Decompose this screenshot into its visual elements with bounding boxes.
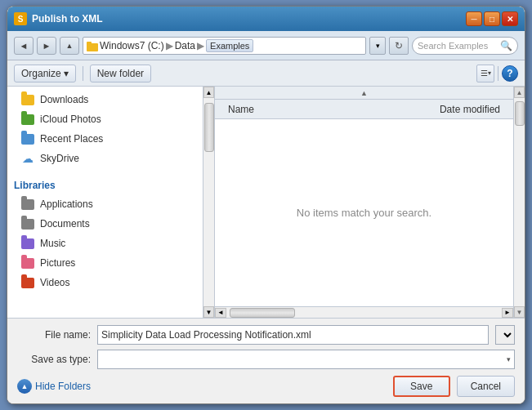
sidebar-item-label: SkyDrive [40, 153, 79, 164]
scroll-down-button[interactable]: ▼ [203, 306, 214, 318]
save-label: Save [410, 381, 432, 392]
videos-icon [20, 275, 35, 290]
music-icon [20, 236, 35, 251]
sidebar-item-label: Pictures [40, 257, 75, 269]
vscroll-thumb[interactable] [515, 101, 525, 126]
sort-arrow: ▲ [360, 89, 368, 97]
sidebar-item-icloud[interactable]: iCloud Photos [7, 109, 203, 129]
savetype-label: Save as type: [17, 354, 91, 365]
savetype-select[interactable]: ▾ [97, 350, 515, 369]
svg-rect-1 [87, 42, 92, 45]
sidebar-item-downloads[interactable]: Downloads [7, 90, 203, 109]
hscroll-right[interactable]: ► [502, 308, 513, 318]
toolbar-separator [83, 66, 83, 81]
path-folder1: Data [175, 40, 195, 51]
content-scrollbar[interactable]: ▲ ▼ [513, 87, 525, 318]
scroll-thumb[interactable] [204, 103, 214, 152]
new-folder-button[interactable]: New folder [90, 65, 151, 82]
hscroll-thumb[interactable] [230, 308, 295, 318]
hide-folders-label: Hide Folders [35, 381, 91, 392]
content-area: ▲ Name Date modified No items match your… [215, 87, 513, 318]
sidebar-item-videos[interactable]: Videos [7, 273, 203, 292]
toolbar-right: ☰ ▾ ? [476, 65, 518, 82]
scroll-up-button[interactable]: ▲ [203, 87, 214, 98]
icloud-icon [20, 112, 35, 127]
pictures-icon [20, 256, 35, 270]
title-bar-buttons: ─ □ ✕ [466, 11, 518, 26]
search-placeholder: Search Examples [418, 41, 488, 51]
sort-indicator: ▲ [215, 87, 513, 100]
sidebar-item-applications[interactable]: Applications [7, 194, 203, 214]
sidebar-item-label: iCloud Photos [40, 114, 101, 125]
folder-path-icon [87, 40, 98, 51]
vscroll-up[interactable]: ▲ [514, 87, 525, 98]
organize-label: Organize [21, 68, 61, 79]
address-dropdown[interactable]: ▾ [369, 37, 386, 55]
back-button[interactable]: ◄ [14, 37, 34, 55]
documents-icon [20, 216, 35, 231]
sidebar-item-skydrive[interactable]: ☁ SkyDrive [7, 149, 203, 168]
sidebar-item-label: Recent Places [40, 133, 103, 145]
savetype-arrow: ▾ [507, 355, 511, 363]
maximize-button[interactable]: □ [484, 11, 500, 26]
skydrive-icon: ☁ [20, 151, 35, 166]
hide-folders-button[interactable]: ▲ Hide Folders [17, 379, 91, 394]
col-date-header[interactable]: Date modified [392, 102, 507, 117]
refresh-button[interactable]: ↻ [389, 37, 409, 55]
filename-input[interactable] [97, 325, 489, 345]
sidebar-item-music[interactable]: Music [7, 234, 203, 253]
filename-dropdown[interactable] [495, 325, 515, 345]
sidebar-item-label: Downloads [40, 94, 88, 105]
cancel-label: Cancel [471, 381, 501, 392]
libraries-header[interactable]: Libraries [7, 176, 203, 194]
sidebar-item-label: Documents [40, 218, 90, 230]
path-folder2: Examples [206, 39, 253, 52]
sidebar: Downloads iCloud Photos Recent Places ☁ … [7, 87, 203, 318]
help-button[interactable]: ? [502, 65, 518, 82]
sidebar-item-label: Applications [40, 198, 93, 210]
new-folder-label: New folder [97, 68, 144, 79]
cancel-button[interactable]: Cancel [457, 376, 515, 397]
search-box[interactable]: Search Examples 🔍 [412, 37, 518, 55]
path-root: Windows7 (C:) [100, 40, 164, 51]
dialog-title: Publish to XML [32, 13, 466, 25]
address-path[interactable]: Windows7 (C:) ▶ Data ▶ Examples [83, 37, 366, 55]
organize-button[interactable]: Organize ▾ [14, 65, 76, 82]
address-bar: ◄ ► ▲ Windows7 (C:) ▶ Data ▶ Examples ▾ … [7, 31, 525, 60]
view-icon: ☰ [481, 69, 488, 78]
savetype-row: Save as type: ▾ [17, 350, 515, 369]
search-icon: 🔍 [500, 40, 512, 51]
main-area: Downloads iCloud Photos Recent Places ☁ … [7, 87, 525, 318]
up-button[interactable]: ▲ [60, 37, 79, 55]
vscroll-track [514, 98, 525, 306]
save-button[interactable]: Save [393, 376, 450, 397]
hide-folders-icon: ▲ [17, 379, 32, 394]
libraries-label: Libraries [14, 180, 56, 191]
close-button[interactable]: ✕ [502, 11, 518, 26]
vscroll-down[interactable]: ▼ [514, 306, 525, 318]
applications-icon [20, 197, 35, 212]
sidebar-item-label: Videos [40, 277, 69, 288]
view-button[interactable]: ☰ ▾ [476, 65, 494, 82]
bottom-section: File name: Save as type: ▾ ▲ Hide Folder… [7, 318, 525, 403]
filename-label: File name: [17, 329, 91, 341]
app-icon: S [14, 12, 27, 25]
empty-message: No items match your search. [215, 119, 513, 306]
dialog-window: S Publish to XML ─ □ ✕ ◄ ► ▲ Windows7 (C… [7, 6, 525, 404]
col-name-header[interactable]: Name [221, 102, 392, 117]
sidebar-scrollbar[interactable]: ▲ ▼ [203, 87, 215, 318]
forward-button[interactable]: ► [37, 37, 56, 55]
recent-icon [20, 131, 35, 146]
sidebar-item-label: Music [40, 238, 65, 249]
sidebar-item-pictures[interactable]: Pictures [7, 253, 203, 273]
button-row: ▲ Hide Folders Save Cancel [17, 376, 515, 397]
organize-arrow: ▾ [64, 68, 69, 79]
sidebar-item-documents[interactable]: Documents [7, 214, 203, 234]
sidebar-item-recent[interactable]: Recent Places [7, 129, 203, 149]
toolbar-separator2 [498, 66, 498, 81]
filename-row: File name: [17, 325, 515, 345]
downloads-icon [20, 92, 35, 107]
hscroll-left[interactable]: ◄ [215, 308, 226, 318]
h-scrollbar[interactable]: ◄ ► [215, 306, 513, 318]
minimize-button[interactable]: ─ [466, 11, 482, 26]
